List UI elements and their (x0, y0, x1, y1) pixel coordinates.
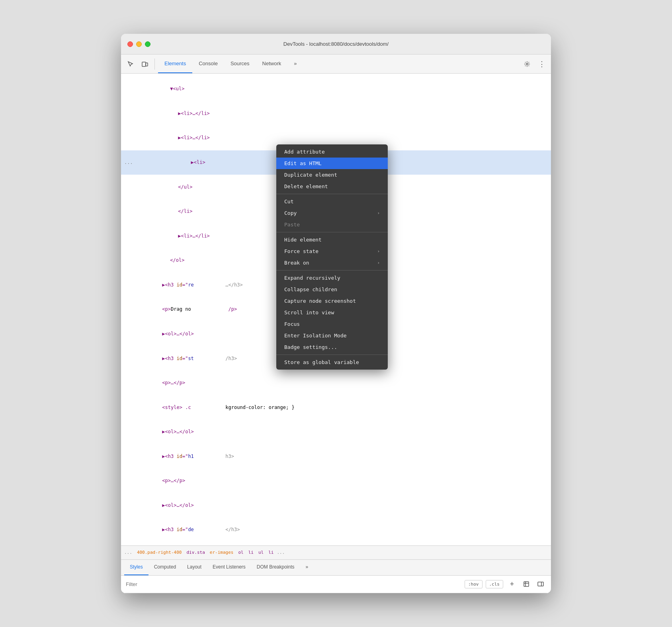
copy-arrow-icon: › (377, 210, 380, 216)
panel-tab-computed[interactable]: Computed (148, 560, 182, 575)
add-style-rule-button[interactable]: + (506, 578, 518, 590)
menu-separator (276, 354, 388, 355)
panel-tab-event-listeners[interactable]: Event Listeners (207, 560, 251, 575)
more-options-button[interactable]: ⋮ (535, 58, 548, 70)
maximize-button[interactable] (145, 41, 150, 47)
tab-elements[interactable]: Elements (158, 55, 192, 73)
breadcrumb-dots[interactable]: ... (124, 550, 132, 555)
inspect-element-button[interactable] (124, 58, 137, 70)
panel-tab-more[interactable]: » (300, 560, 314, 575)
menu-item-capture-node-screenshot[interactable]: Capture node screenshot (276, 295, 388, 307)
dom-line[interactable]: ▶<ol>…</ol> (121, 420, 551, 444)
dom-line[interactable]: <style> .c kground-color: orange; } (121, 395, 551, 420)
panel-tab-dom-breakpoints[interactable]: DOM Breakpoints (251, 560, 300, 575)
dom-line[interactable]: <p>…</p> (121, 469, 551, 493)
minimize-button[interactable] (136, 41, 142, 47)
breadcrumb-item-erimages[interactable]: er-images (208, 549, 235, 556)
tab-sources[interactable]: Sources (224, 55, 256, 73)
toolbar: Elements Console Sources Network » (121, 55, 551, 74)
svg-rect-4 (538, 582, 543, 586)
menu-item-force-state[interactable]: Force state › (276, 245, 388, 257)
hov-button[interactable]: :hov (465, 580, 483, 588)
breadcrumb-item-li2[interactable]: li (267, 549, 275, 556)
close-button[interactable] (127, 41, 133, 47)
device-toolbar-button[interactable] (139, 58, 151, 70)
dom-tree: ▼<ul> ▶<li>…</li> ▶<li>…</li> ... ▶<li> … (121, 74, 551, 545)
filter-bar: :hov .cls + (121, 576, 551, 593)
menu-item-edit-as-html[interactable]: Edit as HTML (276, 158, 388, 169)
dom-line[interactable]: ▼<ul> (121, 77, 551, 101)
dom-line[interactable]: ▶<ol>…</ol> (121, 493, 551, 518)
dom-line[interactable]: ▶<h3 id="h1 h3> (121, 444, 551, 469)
panel-tabs: Styles Computed Layout Event Listeners D… (121, 560, 551, 576)
menu-item-enter-isolation-mode[interactable]: Enter Isolation Mode (276, 330, 388, 341)
menu-item-delete-element[interactable]: Delete element (276, 181, 388, 192)
traffic-lights (127, 41, 150, 47)
cls-button[interactable]: .cls (486, 580, 504, 588)
svg-rect-3 (524, 582, 529, 586)
devtools-window: DevTools - localhost:8080/docs/devtools/… (121, 34, 551, 593)
menu-separator (276, 232, 388, 232)
menu-item-collapse-children[interactable]: Collapse children (276, 284, 388, 295)
menu-item-add-attribute[interactable]: Add attribute (276, 146, 388, 158)
breadcrumb-item-li1[interactable]: li (247, 549, 255, 556)
menu-separator (276, 270, 388, 271)
menu-item-expand-recursively[interactable]: Expand recursively (276, 272, 388, 284)
menu-item-hide-element[interactable]: Hide element (276, 234, 388, 245)
dom-line[interactable]: ▶<h3 id="de </h3> (121, 518, 551, 542)
context-menu: Add attribute Edit as HTML Duplicate ele… (276, 144, 388, 370)
dom-line[interactable]: ▶<li>…</li> (121, 101, 551, 126)
panel-tab-styles[interactable]: Styles (124, 560, 148, 575)
breadcrumb-item-400[interactable]: 400.pad-right-400 (135, 549, 184, 556)
tab-more[interactable]: » (287, 55, 303, 73)
window-title: DevTools - localhost:8080/docs/devtools/… (283, 41, 389, 47)
menu-item-paste: Paste (276, 219, 388, 230)
titlebar: DevTools - localhost:8080/docs/devtools/… (121, 34, 551, 55)
break-on-arrow-icon: › (377, 260, 380, 265)
dom-line[interactable]: <p>…</p> (121, 371, 551, 395)
inspect-styles-button[interactable] (521, 578, 532, 590)
toolbar-separator (154, 58, 155, 70)
svg-rect-0 (142, 62, 146, 66)
breadcrumb-item-ul[interactable]: ul (257, 549, 265, 556)
toolbar-tabs: Elements Console Sources Network » (158, 55, 519, 73)
tab-console[interactable]: Console (192, 55, 224, 73)
menu-item-scroll-into-view[interactable]: Scroll into view (276, 307, 388, 318)
menu-item-store-as-global-variable[interactable]: Store as global variable (276, 356, 388, 368)
svg-rect-1 (146, 63, 148, 66)
menu-item-duplicate-element[interactable]: Duplicate element (276, 169, 388, 181)
tab-network[interactable]: Network (256, 55, 288, 73)
breadcrumb-item-divsta[interactable]: div.sta (185, 549, 206, 556)
breadcrumb-item-ol[interactable]: ol (236, 549, 245, 556)
menu-item-copy[interactable]: Copy › (276, 207, 388, 219)
settings-button[interactable] (521, 58, 533, 70)
toggle-sidebar-button[interactable] (535, 578, 546, 590)
panel-tab-layout[interactable]: Layout (182, 560, 207, 575)
menu-item-focus[interactable]: Focus (276, 318, 388, 330)
svg-point-2 (526, 63, 528, 65)
force-state-arrow-icon: › (377, 249, 380, 254)
breadcrumb-end-dots[interactable]: ... (277, 550, 285, 555)
menu-separator (276, 194, 388, 194)
menu-item-break-on[interactable]: Break on › (276, 257, 388, 269)
breadcrumb-bar: ... 400.pad-right-400 div.sta er-images … (121, 545, 551, 560)
toolbar-right: ⋮ (521, 58, 548, 70)
menu-item-badge-settings[interactable]: Badge settings... (276, 341, 388, 353)
menu-item-cut[interactable]: Cut (276, 196, 388, 207)
filter-input[interactable] (126, 581, 461, 587)
